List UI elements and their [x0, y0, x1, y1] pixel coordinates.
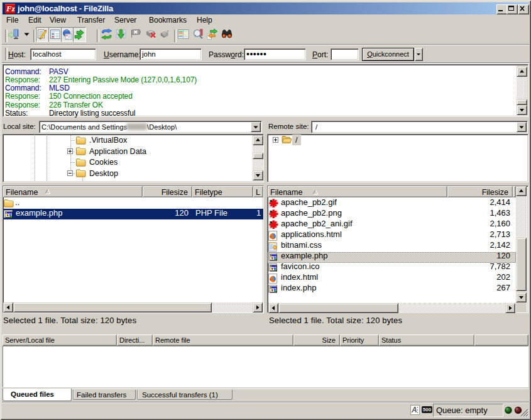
svg-text:Fz: Fz — [6, 4, 15, 13]
svg-text:A: A — [411, 406, 417, 414]
